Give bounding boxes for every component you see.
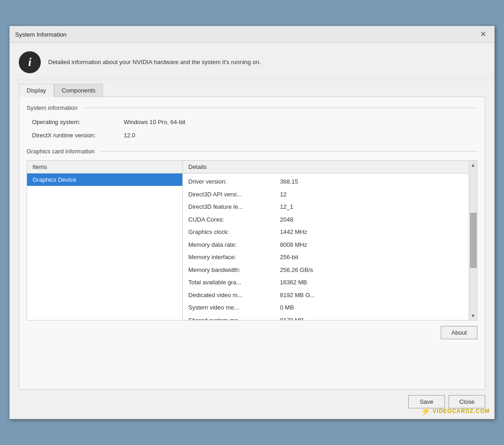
detail-label-6: Memory interface: bbox=[188, 253, 280, 262]
system-information-window: System Information ✕ i Detailed informat… bbox=[9, 26, 495, 419]
detail-value-1: 12 bbox=[280, 190, 286, 199]
graphics-device-item[interactable]: Graphics Device bbox=[27, 174, 182, 186]
detail-row-8: Total available gra... 16362 MB bbox=[186, 276, 465, 289]
graphics-card-section: Graphics card information Items Graphics… bbox=[27, 148, 477, 320]
detail-label-11: Shared system me... bbox=[188, 316, 280, 320]
detail-row-1: Direct3D API versi... 12 bbox=[186, 188, 465, 201]
detail-row-4: Graphics clock: 1442 MHz bbox=[186, 226, 465, 239]
os-value: Windows 10 Pro, 64-bit bbox=[124, 119, 185, 125]
detail-row-0: Driver version: 368.15 bbox=[186, 175, 465, 188]
items-column: Items Graphics Device bbox=[27, 161, 183, 320]
watermark-text: VIDEOCARDZ.COM bbox=[433, 408, 490, 414]
detail-value-2: 12_1 bbox=[280, 202, 293, 212]
tab-display[interactable]: Display bbox=[19, 84, 54, 97]
detail-label-7: Memory bandwidth: bbox=[188, 266, 280, 275]
detail-label-9: Dedicated video m... bbox=[188, 291, 280, 300]
header-area: i Detailed information about your NVIDIA… bbox=[10, 43, 494, 80]
header-description: Detailed information about your NVIDIA h… bbox=[48, 58, 261, 66]
detail-label-0: Driver version: bbox=[188, 177, 280, 186]
graphics-table: Items Graphics Device Details Driver ver… bbox=[27, 160, 477, 320]
detail-row-6: Memory interface: 256-bit bbox=[186, 251, 465, 264]
about-button[interactable]: About bbox=[441, 326, 477, 339]
icon-letter: i bbox=[28, 55, 31, 69]
detail-label-2: Direct3D feature le... bbox=[188, 202, 280, 212]
title-bar: System Information ✕ bbox=[10, 26, 494, 43]
detail-value-10: 0 MB bbox=[280, 303, 294, 312]
directx-label: DirectX runtime version: bbox=[32, 132, 124, 139]
detail-row-11: Shared system me... 8170 MB bbox=[186, 314, 465, 320]
detail-label-5: Memory data rate: bbox=[188, 240, 280, 250]
scroll-up-arrow[interactable]: ▲ bbox=[470, 162, 477, 168]
detail-label-10: System video me... bbox=[188, 303, 280, 312]
directx-value: 12.0 bbox=[124, 132, 135, 139]
detail-value-11: 8170 MB bbox=[280, 316, 304, 320]
detail-row-9: Dedicated video m... 8192 MB G... bbox=[186, 289, 465, 302]
items-col-header: Items bbox=[27, 161, 182, 174]
detail-row-5: Memory data rate: 8008 MHz bbox=[186, 239, 465, 251]
detail-value-7: 256.26 GB/s bbox=[280, 266, 313, 275]
scroll-thumb[interactable] bbox=[470, 213, 477, 268]
scroll-down-arrow[interactable]: ▼ bbox=[470, 312, 477, 319]
detail-row-10: System video me... 0 MB bbox=[186, 301, 465, 314]
detail-value-0: 368.15 bbox=[280, 177, 298, 186]
detail-label-1: Direct3D API versi... bbox=[188, 190, 280, 199]
watermark: ⚡ VIDEOCARDZ.COM bbox=[421, 406, 490, 416]
detail-row-7: Memory bandwidth: 256.26 GB/s bbox=[186, 264, 465, 277]
graphics-card-section-header: Graphics card information bbox=[27, 148, 477, 155]
detail-value-6: 256-bit bbox=[280, 253, 298, 262]
detail-value-8: 16362 MB bbox=[280, 278, 307, 287]
close-window-button[interactable]: ✕ bbox=[477, 30, 489, 39]
detail-value-4: 1442 MHz bbox=[280, 228, 307, 237]
tabs-container: Display Components bbox=[10, 80, 494, 97]
details-scrollbar[interactable]: ▲ ▼ bbox=[469, 161, 477, 320]
tab-content: System information Operating system: Win… bbox=[19, 97, 485, 390]
nvidia-icon: i bbox=[19, 51, 41, 73]
detail-value-9: 8192 MB G... bbox=[280, 291, 315, 300]
system-info-section-header: System information bbox=[27, 104, 477, 111]
detail-value-5: 8008 MHz bbox=[280, 240, 307, 250]
detail-value-3: 2048 bbox=[280, 215, 293, 224]
watermark-icon: ⚡ bbox=[421, 406, 431, 416]
detail-label-4: Graphics clock: bbox=[188, 228, 280, 237]
directx-row: DirectX runtime version: 12.0 bbox=[27, 130, 477, 141]
os-row: Operating system: Windows 10 Pro, 64-bit bbox=[27, 117, 477, 127]
detail-row-2: Direct3D feature le... 12_1 bbox=[186, 201, 465, 213]
detail-row-3: CUDA Cores: 2048 bbox=[186, 213, 465, 226]
details-col-header: Details bbox=[183, 161, 469, 174]
details-content: Driver version: 368.15 Direct3D API vers… bbox=[183, 174, 469, 320]
tab-components[interactable]: Components bbox=[54, 84, 104, 97]
detail-label-8: Total available gra... bbox=[188, 278, 280, 287]
details-column: Details Driver version: 368.15 Direct3D … bbox=[183, 161, 477, 320]
window-title: System Information bbox=[15, 31, 66, 38]
detail-label-3: CUDA Cores: bbox=[188, 215, 280, 224]
os-label: Operating system: bbox=[32, 119, 124, 125]
